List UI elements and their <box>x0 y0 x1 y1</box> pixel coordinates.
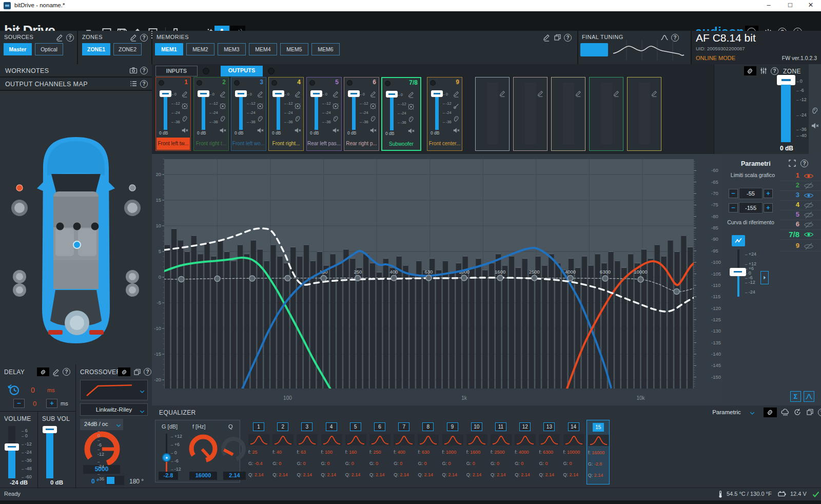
edit-icon[interactable] <box>219 90 226 98</box>
help-icon[interactable]: ? <box>140 80 148 88</box>
output-channel-strip[interactable]: 9 0-12-24-36 0 dB Front center... <box>427 77 462 151</box>
channel-list-number[interactable]: 3 <box>780 191 799 199</box>
empty-channel-slot[interactable] <box>551 77 585 151</box>
channel-led[interactable] <box>430 80 436 86</box>
empty-channel-slot[interactable] <box>513 77 548 151</box>
speaker-settings-icon[interactable] <box>181 103 188 110</box>
output-channel-strip[interactable]: 4 0-12-24-36 0 dB Front right... <box>268 77 304 151</box>
copy-icon[interactable] <box>133 368 141 376</box>
eq-band-number[interactable]: 5 <box>350 422 361 431</box>
scale-max-plus-button[interactable]: + <box>764 189 773 198</box>
delay-minus-button[interactable]: − <box>13 399 25 408</box>
eq-band-number[interactable]: 11 <box>495 422 506 431</box>
visibility-eye-icon[interactable] <box>804 191 814 200</box>
speaker-settings-icon[interactable] <box>369 103 377 110</box>
eq-point-handle[interactable] <box>532 275 537 281</box>
outputs-led[interactable] <box>268 68 275 74</box>
channel-fader-track[interactable] <box>390 98 394 130</box>
subvol-fader-handle[interactable] <box>43 426 57 433</box>
cloud-sync-icon[interactable] <box>781 408 789 416</box>
channel-fader-track[interactable] <box>352 97 356 130</box>
final-tuning-button[interactable] <box>580 43 608 56</box>
channel-fader-handle[interactable] <box>235 90 247 97</box>
help-icon[interactable]: ? <box>140 67 148 74</box>
link-icon[interactable] <box>744 66 756 75</box>
eq-band[interactable]: 11 f: 2500 G: 0 Q: 2.14 <box>490 420 513 484</box>
memory-button-mem6[interactable]: MEM6 <box>311 43 340 55</box>
listen-icon[interactable] <box>219 115 226 122</box>
eq-band[interactable]: 2 f: 40 G: 0 Q: 2.14 <box>271 420 295 484</box>
eq-band[interactable]: 14 f: 10000 G: 0 Q: 2.14 <box>562 420 585 484</box>
eq-point-handle[interactable] <box>355 275 361 281</box>
delay-plus-button[interactable]: + <box>46 399 57 408</box>
edit-icon[interactable] <box>575 90 582 97</box>
camera-icon[interactable] <box>129 66 138 74</box>
output-channel-strip[interactable]: 3 0-12-24-36 0 dB Front left wo... <box>231 77 266 151</box>
channel-list-number[interactable]: 2 <box>780 181 799 189</box>
tab-inputs[interactable]: INPUTS <box>155 66 198 76</box>
visibility-eye-icon[interactable] <box>804 230 814 239</box>
channel-led[interactable] <box>197 80 202 86</box>
output-channel-strip[interactable]: 1 0-12-24-36 0 dB Front left tw... <box>155 77 191 151</box>
help-icon[interactable]: ? <box>564 34 572 42</box>
help-icon[interactable]: ? <box>144 368 151 376</box>
q-knob[interactable] <box>220 434 249 464</box>
channel-name[interactable]: Rear left pas... <box>307 138 341 150</box>
zone-button-zone2[interactable]: ZONE2 <box>113 43 142 55</box>
freq-knob[interactable] <box>187 432 219 466</box>
visibility-eye-off-icon[interactable] <box>804 182 814 190</box>
reset-icon[interactable] <box>793 408 802 416</box>
edit-icon[interactable] <box>499 90 506 97</box>
channel-fader-handle[interactable] <box>348 90 360 97</box>
channel-fader-handle[interactable] <box>310 90 322 97</box>
visibility-eye-off-icon[interactable] <box>804 201 814 209</box>
channel-fader-track[interactable] <box>164 97 167 130</box>
final-tuning-mini-graph[interactable] <box>611 39 689 62</box>
q-value[interactable]: 2.14 <box>223 472 246 480</box>
eq-point-handle[interactable] <box>179 277 184 282</box>
memory-button-mem5[interactable]: MEM5 <box>280 43 308 55</box>
output-channel-strip[interactable]: 7/8 0-12-24-36 0 dB Subwoofer <box>381 77 421 151</box>
edit-icon[interactable] <box>55 33 64 42</box>
memory-button-mem1[interactable]: MEM1 <box>155 43 183 55</box>
mute-icon[interactable] <box>369 127 377 134</box>
listen-icon[interactable] <box>294 115 301 122</box>
edit-icon[interactable] <box>257 90 264 98</box>
eq-point-handle[interactable] <box>285 276 290 281</box>
mute-icon[interactable] <box>407 127 415 134</box>
eq-point-handle[interactable] <box>391 275 397 281</box>
slope-dropdown[interactable]: 24dB / oc <box>80 419 123 430</box>
mute-icon[interactable] <box>181 127 188 134</box>
eq-band[interactable]: 10 f: 1600 G: 0 Q: 2.14 <box>465 420 488 484</box>
sum-curve-button[interactable]: Σ <box>790 391 801 402</box>
channel-list-number[interactable]: 6 <box>780 220 799 228</box>
delay-clock-icon[interactable] <box>7 383 21 396</box>
channel-fader-handle[interactable] <box>160 90 171 97</box>
mute-icon[interactable] <box>453 127 460 134</box>
eq-point-handle[interactable] <box>214 276 220 282</box>
eq-point-handle[interactable] <box>638 277 643 282</box>
edit-icon[interactable] <box>613 90 620 97</box>
visibility-eye-off-icon[interactable] <box>804 211 814 219</box>
eq-band-number[interactable]: 9 <box>447 422 458 431</box>
eq-band[interactable]: 3 f: 63 G: 0 Q: 2.14 <box>296 420 319 484</box>
eq-point-handle[interactable] <box>321 276 326 281</box>
empty-channel-slot[interactable] <box>589 77 623 151</box>
visibility-eye-off-icon[interactable] <box>804 221 814 229</box>
copy-icon[interactable] <box>806 408 814 416</box>
output-channel-strip[interactable]: 2 0-12-24-36 0 dB Front right t... <box>193 77 229 151</box>
bell-curve-button[interactable] <box>804 391 814 402</box>
channel-name[interactable]: Subwoofer <box>383 138 420 149</box>
listen-icon[interactable] <box>453 115 460 122</box>
listen-icon[interactable] <box>257 115 264 122</box>
channel-name[interactable]: Front left wo... <box>232 138 265 150</box>
source-button-optical[interactable]: Optical <box>35 43 63 55</box>
channel-led[interactable] <box>234 80 240 86</box>
maximize-button[interactable]: ☐ <box>780 0 800 11</box>
list-icon[interactable] <box>129 80 138 88</box>
channel-list-number[interactable]: 9 <box>780 242 799 249</box>
filter-type-dropdown[interactable] <box>80 380 148 400</box>
output-channel-strip[interactable]: 6 0-12-24-36 0 dB Rear right p... <box>344 77 379 151</box>
mute-icon[interactable] <box>219 127 226 134</box>
speaker-settings-icon[interactable] <box>257 103 264 110</box>
